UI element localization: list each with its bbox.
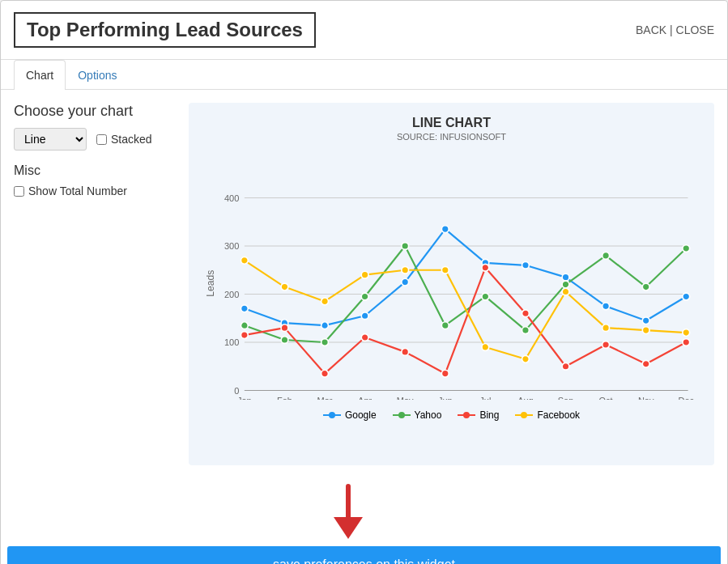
svg-point-28 [402, 278, 409, 286]
svg-point-73 [329, 412, 335, 418]
svg-point-48 [241, 332, 248, 339]
down-arrow-icon [332, 478, 397, 543]
svg-text:Feb: Feb [277, 396, 292, 399]
page-title: Top Performing Lead Sources [14, 12, 316, 48]
header: Top Performing Lead Sources BACK | CLOSE [1, 1, 727, 60]
svg-point-29 [441, 226, 449, 233]
svg-text:Jun: Jun [438, 396, 453, 399]
svg-point-66 [482, 344, 489, 351]
chart-svg: Leads 0 100 200 300 400 [202, 150, 701, 400]
svg-text:May: May [397, 396, 414, 399]
svg-point-31 [522, 261, 530, 269]
svg-point-32 [562, 274, 569, 281]
chart-svg-container: Leads 0 100 200 300 400 [202, 150, 701, 403]
svg-point-61 [281, 283, 288, 290]
footer: save preferences on this widget [1, 478, 727, 564]
tabs-container: Chart Options [1, 60, 727, 90]
svg-point-43 [522, 327, 530, 334]
svg-point-69 [602, 324, 610, 332]
svg-point-67 [522, 355, 530, 363]
tab-chart[interactable]: Chart [14, 60, 66, 90]
svg-point-37 [281, 337, 288, 344]
svg-point-27 [361, 312, 368, 320]
tab-options[interactable]: Options [66, 60, 129, 90]
arrow-container [7, 478, 721, 546]
svg-text:Nov: Nov [638, 396, 654, 399]
svg-point-44 [562, 281, 569, 288]
svg-point-49 [281, 324, 288, 332]
stacked-checkbox[interactable] [96, 134, 107, 145]
svg-point-54 [482, 264, 489, 271]
svg-point-70 [642, 327, 649, 334]
svg-point-47 [683, 245, 690, 252]
show-total-checkbox[interactable] [14, 186, 24, 197]
close-link[interactable]: CLOSE [676, 23, 714, 36]
svg-point-34 [642, 317, 649, 324]
svg-point-51 [361, 334, 368, 341]
svg-point-58 [642, 360, 649, 367]
legend-facebook: Facebook [515, 409, 580, 421]
svg-point-52 [402, 348, 409, 355]
chart-title: LINE CHART [202, 116, 701, 130]
content-area: Choose your chart Line Bar Pie Stacked M… [1, 90, 727, 478]
sidebar: Choose your chart Line Bar Pie Stacked M… [14, 103, 176, 465]
stacked-checkbox-label[interactable]: Stacked [96, 133, 152, 146]
svg-text:Oct: Oct [599, 396, 613, 399]
svg-point-57 [602, 341, 610, 349]
svg-marker-81 [334, 517, 363, 539]
svg-text:Leads: Leads [205, 270, 216, 297]
svg-point-79 [521, 412, 527, 418]
svg-text:400: 400 [224, 193, 239, 203]
main-container: Top Performing Lead Sources BACK | CLOSE… [0, 0, 728, 564]
svg-point-65 [441, 266, 449, 274]
legend-yahoo: Yahoo [393, 409, 442, 421]
svg-text:Aug: Aug [517, 396, 534, 399]
svg-text:0: 0 [234, 386, 239, 396]
show-total-label[interactable]: Show Total Number [14, 184, 176, 197]
svg-text:300: 300 [224, 241, 239, 251]
svg-text:100: 100 [224, 337, 239, 347]
svg-point-68 [562, 288, 569, 295]
svg-point-39 [361, 293, 368, 300]
svg-text:Mar: Mar [317, 396, 333, 399]
legend-google: Google [323, 409, 377, 421]
choose-chart-label: Choose your chart [14, 103, 176, 120]
svg-text:Dec: Dec [678, 396, 694, 399]
svg-point-40 [402, 243, 409, 250]
svg-point-50 [321, 370, 329, 377]
svg-point-63 [361, 271, 368, 278]
svg-point-26 [321, 322, 329, 329]
svg-point-41 [441, 322, 449, 329]
svg-point-71 [683, 329, 690, 337]
svg-point-35 [683, 293, 690, 300]
save-preferences-button[interactable]: save preferences on this widget [7, 546, 721, 564]
svg-point-46 [642, 283, 649, 290]
svg-point-42 [482, 293, 489, 300]
chart-area: LINE CHART SOURCE: INFUSIONSOFT Leads 0 … [189, 103, 714, 465]
svg-text:Apr: Apr [358, 396, 372, 399]
legend-bing: Bing [458, 409, 499, 421]
svg-point-36 [241, 322, 248, 329]
svg-point-45 [602, 252, 610, 259]
chart-type-select[interactable]: Line Bar Pie [14, 128, 87, 151]
svg-point-59 [683, 339, 690, 346]
header-actions: BACK | CLOSE [636, 23, 714, 36]
svg-point-53 [441, 370, 449, 377]
misc-label: Misc [14, 163, 176, 178]
svg-point-56 [562, 363, 569, 370]
svg-point-62 [321, 298, 329, 305]
svg-text:200: 200 [224, 290, 239, 299]
chart-subtitle: SOURCE: INFUSIONSOFT [202, 132, 701, 142]
svg-point-33 [602, 303, 610, 310]
svg-point-60 [241, 257, 248, 264]
separator: | [670, 23, 676, 36]
svg-text:Jan: Jan [237, 396, 252, 399]
svg-point-38 [321, 339, 329, 346]
svg-text:Jul: Jul [479, 396, 491, 399]
svg-point-64 [402, 266, 409, 274]
svg-point-55 [522, 310, 530, 317]
misc-section: Misc Show Total Number [14, 163, 176, 197]
svg-text:Sep: Sep [558, 396, 574, 399]
svg-point-77 [463, 412, 470, 418]
back-link[interactable]: BACK [636, 23, 666, 36]
